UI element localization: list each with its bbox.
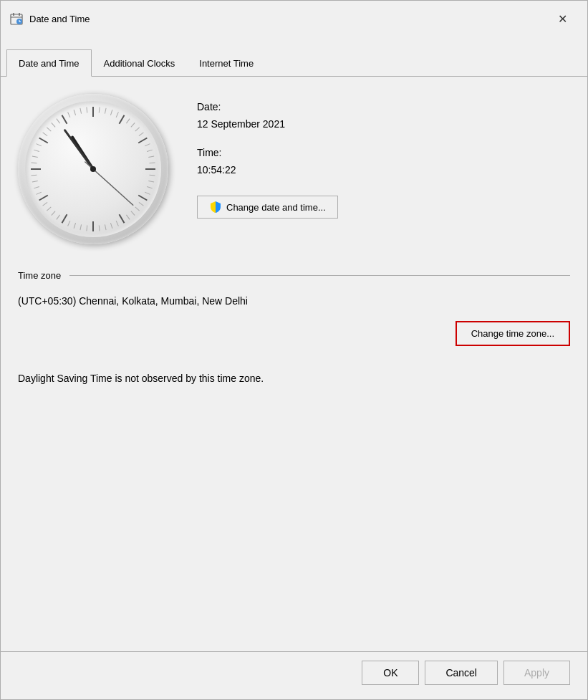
- bottom-button-bar: OK Cancel Apply: [1, 651, 587, 699]
- svg-line-17: [39, 138, 48, 143]
- svg-line-11: [138, 196, 147, 201]
- svg-line-63: [68, 112, 70, 118]
- svg-line-46: [68, 221, 70, 226]
- title-bar: Date and Time ✕: [1, 1, 587, 37]
- svg-line-22: [116, 112, 118, 118]
- svg-line-18: [62, 115, 67, 124]
- svg-line-60: [47, 128, 51, 131]
- svg-line-30: [150, 163, 155, 163]
- svg-line-34: [145, 192, 150, 194]
- svg-line-44: [80, 224, 82, 230]
- svg-point-70: [90, 166, 96, 172]
- svg-line-25: [135, 128, 140, 131]
- calendar-clock-icon: [9, 11, 24, 26]
- svg-line-45: [74, 223, 75, 229]
- svg-line-23: [126, 119, 130, 123]
- datetime-info: Date: 12 September 2021 Time: 10:54:22 C…: [197, 94, 338, 219]
- svg-line-62: [57, 119, 60, 123]
- date-label: Date:: [197, 101, 338, 112]
- svg-line-64: [74, 110, 75, 115]
- svg-line-19: [99, 107, 100, 112]
- svg-line-61: [52, 123, 55, 127]
- svg-line-36: [135, 207, 140, 211]
- timezone-section-label: Time zone: [18, 270, 61, 281]
- svg-line-21: [110, 110, 112, 115]
- svg-line-40: [110, 223, 112, 229]
- svg-line-56: [32, 156, 38, 158]
- clock-ticks: [25, 101, 161, 237]
- svg-line-51: [37, 192, 42, 194]
- svg-line-55: [31, 163, 37, 163]
- analog-clock: [18, 94, 168, 244]
- dialog-window: Date and Time ✕ Date and Time Additional…: [0, 0, 588, 700]
- time-value: 10:54:22: [197, 164, 338, 176]
- shield-uac-icon: [209, 201, 222, 214]
- svg-line-32: [148, 181, 154, 182]
- svg-line-37: [131, 211, 135, 216]
- svg-line-59: [43, 133, 47, 136]
- svg-line-27: [145, 144, 150, 146]
- svg-line-47: [57, 215, 60, 219]
- svg-line-39: [116, 221, 118, 226]
- section-divider-line: [69, 275, 570, 276]
- svg-line-20: [105, 108, 106, 114]
- svg-line-14: [62, 214, 67, 223]
- title-bar-left: Date and Time: [9, 11, 90, 26]
- svg-line-29: [148, 156, 154, 158]
- svg-line-8: [120, 115, 125, 124]
- svg-line-15: [39, 196, 48, 201]
- svg-line-33: [147, 186, 153, 188]
- date-value: 12 September 2021: [197, 118, 338, 130]
- svg-line-53: [32, 181, 38, 182]
- svg-line-9: [138, 138, 147, 143]
- svg-line-12: [120, 214, 125, 223]
- ok-button[interactable]: OK: [362, 661, 419, 685]
- svg-line-54: [31, 175, 37, 176]
- tab-internet-time[interactable]: Internet Time: [187, 49, 266, 77]
- svg-line-35: [139, 202, 143, 206]
- clock-face: [25, 101, 161, 237]
- apply-button[interactable]: Apply: [503, 661, 570, 685]
- svg-line-24: [131, 123, 135, 127]
- tab-bar: Date and Time Additional Clocks Internet…: [1, 37, 587, 77]
- svg-line-31: [150, 175, 155, 176]
- clock-section: Date: 12 September 2021 Time: 10:54:22 C…: [18, 94, 570, 244]
- window-title: Date and Time: [29, 14, 90, 24]
- change-datetime-button[interactable]: Change date and time...: [197, 196, 338, 219]
- tab-additional-clocks[interactable]: Additional Clocks: [92, 49, 188, 77]
- svg-line-43: [87, 226, 87, 231]
- svg-line-52: [34, 186, 39, 188]
- time-label: Time:: [197, 147, 338, 158]
- change-timezone-button[interactable]: Change time zone...: [456, 321, 570, 346]
- svg-line-38: [126, 215, 130, 219]
- svg-line-49: [47, 207, 51, 211]
- svg-line-50: [43, 202, 47, 206]
- timezone-value: (UTC+05:30) Chennai, Kolkata, Mumbai, Ne…: [18, 295, 570, 307]
- svg-line-65: [80, 108, 82, 114]
- svg-line-58: [37, 144, 42, 146]
- svg-line-48: [52, 211, 55, 216]
- svg-line-66: [87, 107, 87, 112]
- timezone-section-header: Time zone: [18, 270, 570, 281]
- svg-line-26: [139, 133, 143, 136]
- close-button[interactable]: ✕: [546, 7, 579, 30]
- svg-line-28: [147, 150, 153, 151]
- svg-line-68: [65, 130, 93, 169]
- main-content: Date: 12 September 2021 Time: 10:54:22 C…: [1, 77, 587, 651]
- svg-line-41: [105, 224, 106, 230]
- cancel-button[interactable]: Cancel: [425, 661, 498, 685]
- daylight-saving-text: Daylight Saving Time is not observed by …: [18, 372, 570, 386]
- svg-line-57: [34, 150, 39, 151]
- tab-date-time[interactable]: Date and Time: [6, 49, 92, 77]
- svg-line-42: [99, 226, 100, 231]
